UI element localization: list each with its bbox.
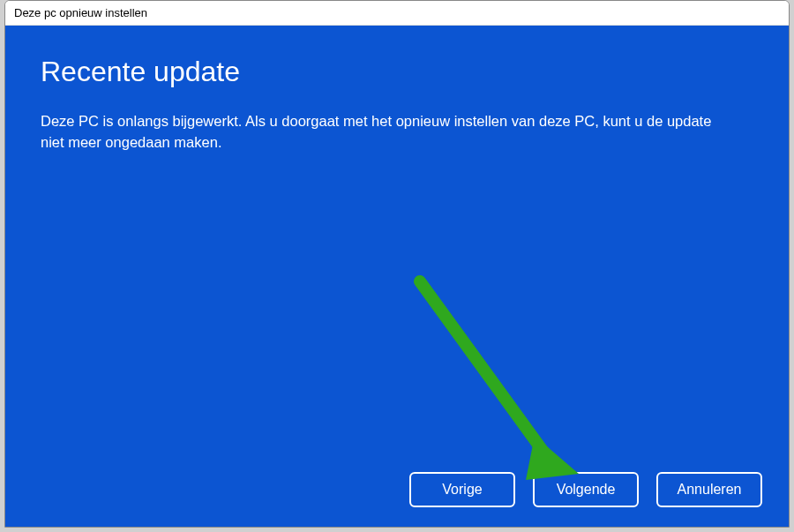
cancel-button-label: Annuleren	[678, 482, 742, 498]
cancel-button[interactable]: Annuleren	[656, 472, 762, 507]
annotation-arrow-icon	[402, 264, 596, 493]
back-button[interactable]: Vorige	[409, 472, 515, 507]
reset-pc-window: Deze pc opnieuw instellen Recente update…	[4, 0, 790, 528]
next-button-label: Volgende	[557, 482, 616, 498]
svg-line-1	[420, 281, 548, 458]
title-bar[interactable]: Deze pc opnieuw instellen	[5, 1, 789, 26]
dialog-heading: Recente update	[41, 56, 753, 88]
dialog-message: Deze PC is onlangs bijgewerkt. Als u doo…	[41, 111, 738, 154]
button-row: Vorige Volgende Annuleren	[409, 472, 762, 507]
back-button-label: Vorige	[442, 482, 482, 498]
next-button[interactable]: Volgende	[533, 472, 639, 507]
dialog-body: Recente update Deze PC is onlangs bijgew…	[5, 26, 789, 527]
window-title: Deze pc opnieuw instellen	[14, 6, 147, 19]
